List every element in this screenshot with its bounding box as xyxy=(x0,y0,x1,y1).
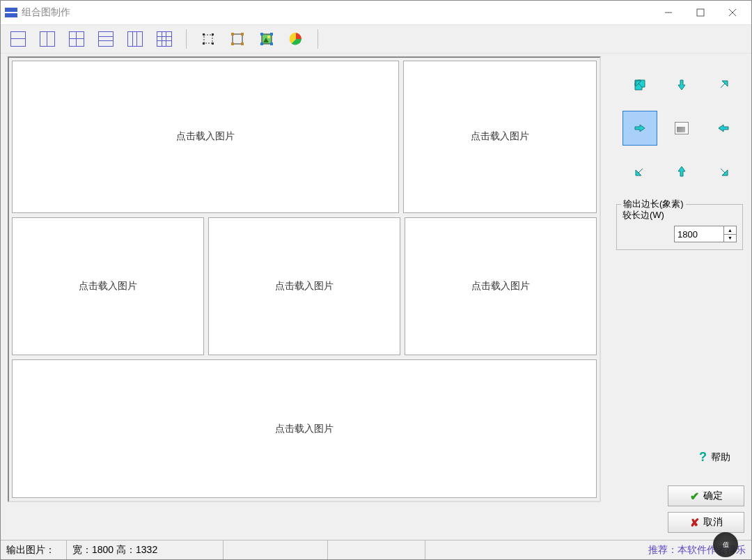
crop-tool-button[interactable] xyxy=(198,29,219,49)
minimize-button[interactable] xyxy=(652,2,684,23)
svg-marker-30 xyxy=(636,169,643,176)
anchor-grid xyxy=(616,68,747,189)
anchor-bottom-right[interactable] xyxy=(706,154,741,189)
svg-rect-19 xyxy=(260,42,263,45)
anchor-bottom-left[interactable] xyxy=(622,154,657,189)
anchor-bottom[interactable] xyxy=(664,154,699,189)
svg-rect-5 xyxy=(203,33,205,36)
app-icon xyxy=(5,8,17,17)
anchor-top[interactable] xyxy=(664,68,699,102)
window: 组合图制作 点击载入图片 xyxy=(0,0,752,560)
svg-rect-1 xyxy=(697,9,704,16)
image-frame-button[interactable] xyxy=(256,29,277,49)
image-slot[interactable]: 点击载入图片 xyxy=(403,61,597,213)
long-side-input[interactable] xyxy=(675,226,723,242)
image-slot[interactable]: 点击载入图片 xyxy=(12,61,399,213)
image-slot[interactable]: 点击载入图片 xyxy=(12,359,597,498)
toolbar-separator xyxy=(318,29,318,49)
window-title: 组合图制作 xyxy=(22,6,70,19)
svg-marker-26 xyxy=(678,80,685,90)
status-bar: 输出图片： 宽：1800 高：1332 推荐：本软件作者得乐 xyxy=(1,540,751,559)
side-panel: 输出边长(象素) 较长边(W) ▲▼ ? 帮助 ✔确定 ✘取消 xyxy=(612,54,751,540)
canvas-area: 点击载入图片 点击载入图片 点击载入图片 点击载入图片 点击载入图片 点击载入图… xyxy=(1,54,612,540)
help-label: 帮助 xyxy=(711,451,730,464)
svg-marker-27 xyxy=(721,81,728,88)
svg-rect-10 xyxy=(231,33,234,36)
svg-rect-13 xyxy=(241,42,244,45)
svg-marker-32 xyxy=(721,169,728,176)
status-link[interactable]: 推荐：本软件作者得乐 xyxy=(425,540,751,559)
layout-3x3-button[interactable] xyxy=(154,29,175,49)
long-side-spinner[interactable]: ▲▼ xyxy=(674,226,737,242)
layout-1x3h-button[interactable] xyxy=(95,29,116,49)
dialog-buttons: ✔确定 ✘取消 xyxy=(616,485,747,533)
anchor-right[interactable] xyxy=(706,111,741,146)
status-output-label: 输出图片： xyxy=(1,540,67,559)
svg-marker-25 xyxy=(636,81,643,88)
cancel-button[interactable]: ✘取消 xyxy=(668,512,744,533)
ok-button[interactable]: ✔确定 xyxy=(668,485,744,506)
status-cell xyxy=(328,540,425,559)
help-link[interactable]: ? 帮助 xyxy=(616,450,747,465)
svg-rect-11 xyxy=(241,33,244,36)
svg-rect-6 xyxy=(212,33,214,36)
collage-canvas: 点击载入图片 点击载入图片 点击载入图片 点击载入图片 点击载入图片 点击载入图… xyxy=(8,56,601,502)
image-slot[interactable]: 点击载入图片 xyxy=(208,217,400,356)
svg-rect-4 xyxy=(204,35,212,43)
svg-marker-28 xyxy=(635,125,645,132)
frame-tool-button[interactable] xyxy=(227,29,248,49)
svg-rect-20 xyxy=(270,42,273,45)
svg-rect-7 xyxy=(203,42,205,45)
svg-rect-18 xyxy=(270,33,273,36)
titlebar: 组合图制作 xyxy=(1,1,751,24)
anchor-top-left[interactable] xyxy=(622,68,657,102)
spinner-buttons[interactable]: ▲▼ xyxy=(723,226,736,242)
anchor-center[interactable] xyxy=(664,111,699,146)
toolbar-separator xyxy=(186,29,187,49)
output-size-group: 输出边长(象素) 较长边(W) ▲▼ xyxy=(616,204,743,250)
output-size-label: 输出边长(象素) xyxy=(621,198,686,210)
svg-rect-17 xyxy=(260,33,263,36)
anchor-left[interactable] xyxy=(622,111,657,146)
close-button[interactable] xyxy=(716,2,749,23)
body: 点击载入图片 点击载入图片 点击载入图片 点击载入图片 点击载入图片 点击载入图… xyxy=(1,54,751,540)
status-dimensions: 宽：1800 高：1332 xyxy=(67,540,224,559)
status-cell xyxy=(224,540,328,559)
layout-3x1v-button[interactable] xyxy=(125,29,146,49)
color-tool-button[interactable] xyxy=(285,29,306,49)
long-side-label: 较长边(W) xyxy=(622,209,737,221)
help-icon: ? xyxy=(699,450,707,465)
image-slot[interactable]: 点击载入图片 xyxy=(405,217,597,356)
svg-rect-12 xyxy=(231,42,234,45)
svg-point-16 xyxy=(267,36,270,38)
check-icon: ✔ xyxy=(690,490,699,503)
maximize-button[interactable] xyxy=(684,2,716,23)
toolbar xyxy=(1,24,751,54)
image-icon xyxy=(675,122,689,134)
layout-1x2h-button[interactable] xyxy=(8,29,29,49)
svg-rect-9 xyxy=(233,34,242,44)
svg-rect-8 xyxy=(212,42,214,45)
svg-marker-31 xyxy=(678,166,685,176)
x-icon: ✘ xyxy=(690,516,699,529)
svg-marker-29 xyxy=(719,125,728,132)
layout-2x2-button[interactable] xyxy=(66,29,87,49)
anchor-top-right[interactable] xyxy=(706,68,741,102)
layout-2x1v-button[interactable] xyxy=(37,29,58,49)
image-slot[interactable]: 点击载入图片 xyxy=(12,217,204,356)
